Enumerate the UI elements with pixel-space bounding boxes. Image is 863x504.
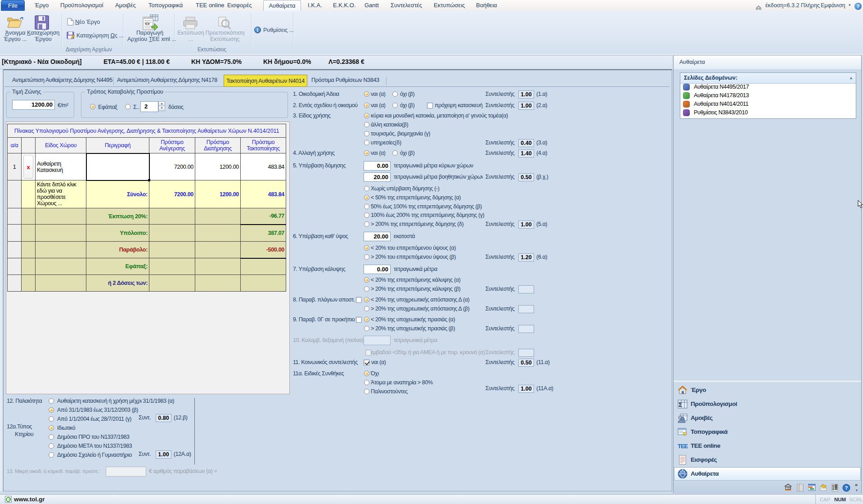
svg-text:<>: <>: [145, 22, 150, 26]
svg-text:ΤΕΕ: ΤΕΕ: [678, 443, 688, 450]
svg-text:Σ: Σ: [679, 401, 682, 408]
svg-text:IKA: IKA: [786, 487, 791, 490]
svg-text:?: ?: [845, 485, 848, 490]
